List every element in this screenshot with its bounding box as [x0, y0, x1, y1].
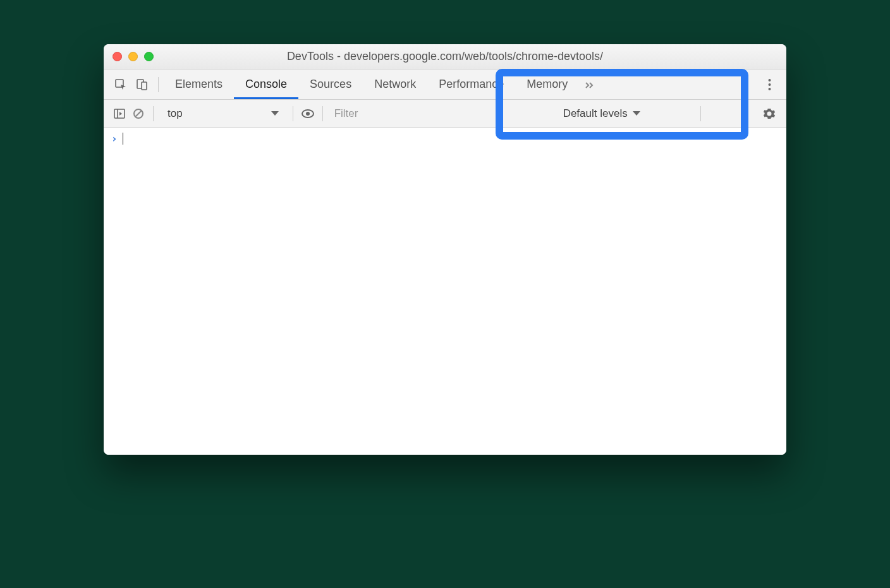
window-minimize-button[interactable]: [128, 52, 138, 61]
context-label: top: [168, 107, 183, 120]
chevron-down-icon: [271, 111, 279, 116]
device-toolbar-icon[interactable]: [131, 74, 153, 95]
separator: [293, 106, 293, 121]
input-cursor: [123, 133, 123, 145]
devtools-window: DevTools - developers.google.com/web/too…: [104, 44, 786, 455]
tab-label: Console: [245, 78, 287, 91]
more-tabs-icon[interactable]: [579, 74, 600, 95]
separator: [322, 106, 323, 121]
separator: [153, 106, 154, 121]
svg-point-4: [768, 83, 771, 86]
inspect-element-icon[interactable]: [110, 74, 131, 95]
filter-input[interactable]: [328, 104, 429, 124]
tab-label: Network: [374, 78, 416, 91]
tab-sources[interactable]: Sources: [298, 69, 363, 99]
devtools-tabbar: Elements Console Sources Network Perform…: [104, 69, 786, 100]
tab-network[interactable]: Network: [363, 69, 427, 99]
more-options-icon[interactable]: [759, 74, 780, 95]
svg-rect-2: [142, 82, 147, 90]
window-maximize-button[interactable]: [144, 52, 154, 61]
console-toolbar: top Default levels: [104, 100, 786, 128]
svg-point-3: [768, 79, 771, 81]
context-selector[interactable]: top: [159, 107, 288, 120]
traffic-lights: [113, 52, 154, 61]
tab-label: Memory: [527, 78, 568, 91]
separator: [700, 106, 701, 121]
window-close-button[interactable]: [113, 52, 122, 61]
toggle-sidebar-icon[interactable]: [110, 104, 129, 123]
tab-elements[interactable]: Elements: [164, 69, 234, 99]
svg-point-5: [768, 88, 771, 90]
console-output[interactable]: ›: [104, 128, 786, 455]
tab-memory[interactable]: Memory: [515, 69, 579, 99]
levels-label: Default levels: [563, 107, 628, 120]
svg-point-11: [306, 112, 310, 116]
clear-console-icon[interactable]: [129, 104, 148, 123]
tab-label: Sources: [310, 78, 351, 91]
svg-line-9: [135, 111, 142, 117]
separator: [158, 77, 159, 92]
console-settings-icon[interactable]: [759, 103, 780, 124]
live-expression-icon[interactable]: [298, 104, 317, 123]
tab-label: Elements: [175, 78, 222, 91]
window-titlebar: DevTools - developers.google.com/web/too…: [104, 44, 786, 69]
tab-label: Performance: [439, 78, 504, 91]
prompt-arrow-icon: ›: [111, 133, 118, 145]
chevron-down-icon: [633, 111, 640, 116]
tab-performance[interactable]: Performance: [427, 69, 515, 99]
log-levels-dropdown[interactable]: Default levels: [556, 100, 648, 127]
tab-console[interactable]: Console: [234, 69, 298, 99]
console-prompt[interactable]: ›: [111, 133, 779, 145]
window-title: DevTools - developers.google.com/web/too…: [287, 50, 603, 63]
